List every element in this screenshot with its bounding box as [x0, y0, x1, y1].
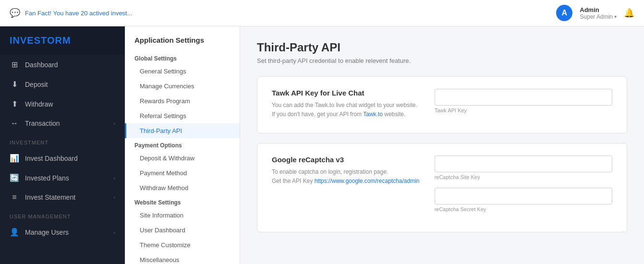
withdraw-icon: ⬆ [10, 99, 19, 108]
recaptcha-card-desc: To enable captcha on login, registration… [272, 168, 420, 186]
nav-general-settings[interactable]: General Settings [125, 64, 240, 79]
chevron-right-icon: › [113, 120, 115, 126]
user-management-section-label: USER MANAGEMENT [0, 207, 125, 222]
sidebar-item-label: Manage Users [25, 228, 108, 236]
page-title: Third-Party API [257, 41, 627, 54]
sidebar-item-label: Dashboard [25, 61, 115, 69]
topbar-left: 💬 Fan Fact! You have 20 actived invest..… [10, 8, 133, 18]
sidebar-item-manage-users[interactable]: 👤 Manage Users › [0, 222, 125, 242]
tawk-input-label: Tawk API Key [435, 108, 612, 113]
sidebar-item-transaction[interactable]: ↔ Transaction › [0, 114, 125, 133]
users-icon: 👤 [10, 228, 19, 237]
tawk-card-desc: You can add the Tawk.to live chat widget… [272, 101, 420, 119]
nav-payment-method[interactable]: Payment Method [125, 166, 240, 180]
group-label-payment: Payment Options [125, 138, 240, 151]
nav-theme-customize[interactable]: Theme Customize [125, 238, 240, 252]
sidebar-item-label: Invested Plans [25, 174, 108, 182]
main-layout: INVESTORM ⊞ Dashboard ⬇ Deposit ⬆ Withdr… [0, 26, 644, 264]
admin-info: Admin Super Admin ▾ [580, 6, 617, 20]
group-label-global: Global Settings [125, 51, 240, 64]
chevron-right-icon: › [113, 175, 115, 181]
admin-name: Admin [580, 6, 599, 13]
chevron-down-icon: ▾ [614, 14, 617, 19]
nav-withdraw-method[interactable]: Withdraw Method [125, 180, 240, 195]
recaptcha-card-right: reCaptcha Site Key reCaptcha Secret Key [435, 156, 612, 220]
topbar: 💬 Fan Fact! You have 20 actived invest..… [0, 0, 644, 26]
fan-fact-text: Fan Fact! You have 20 actived invest... [25, 10, 133, 17]
recaptcha-secret-key-label: reCaptcha Secret Key [435, 206, 612, 212]
middle-panel-title: Application Settings [125, 36, 240, 51]
fan-fact-icon: 💬 [10, 8, 20, 18]
nav-referral-settings[interactable]: Referral Settings [125, 108, 240, 123]
content-area: Third-Party API Set third-party API cred… [240, 26, 644, 264]
sidebar-item-invested-plans[interactable]: 🔄 Invested Plans › [0, 168, 125, 188]
nav-rewards-program[interactable]: Rewards Program [125, 94, 240, 108]
sidebar-item-label: Invest Statement [25, 193, 108, 201]
admin-role[interactable]: Super Admin ▾ [580, 13, 617, 20]
nav-miscellaneous[interactable]: Miscellaneous [125, 252, 240, 264]
tawk-link[interactable]: Tawk.to [363, 111, 383, 118]
plans-icon: 🔄 [10, 173, 19, 182]
grid-icon: ⊞ [10, 60, 19, 69]
transaction-icon: ↔ [10, 119, 19, 128]
nav-manage-currencies[interactable]: Manage Currencies [125, 79, 240, 94]
sidebar: INVESTORM ⊞ Dashboard ⬇ Deposit ⬆ Withdr… [0, 26, 125, 264]
recaptcha-site-key-label: reCaptcha Site Key [435, 174, 612, 180]
sidebar-item-label: Transaction [25, 120, 108, 127]
tawk-api-key-input[interactable] [435, 89, 612, 106]
recaptcha-card: Google reCaptcha v3 To enable captcha on… [257, 143, 627, 232]
tawk-card-inner: Tawk API Key for Live Chat You can add t… [272, 89, 612, 121]
deposit-icon: ⬇ [10, 80, 19, 89]
nav-deposit-withdraw[interactable]: Deposit & Withdraw [125, 151, 240, 166]
sidebar-item-label: Withdraw [25, 100, 115, 108]
recaptcha-site-key-group: reCaptcha Site Key [435, 156, 612, 180]
sidebar-item-dashboard[interactable]: ⊞ Dashboard [0, 55, 125, 74]
sidebar-item-invest-dashboard[interactable]: 📊 Invest Dashboard [0, 148, 125, 168]
tawk-input-group: Tawk API Key [435, 89, 612, 113]
sidebar-item-withdraw[interactable]: ⬆ Withdraw [0, 94, 125, 114]
nav-third-party-api[interactable]: Third-Party API [125, 123, 240, 138]
group-label-website: Website Settings [125, 195, 240, 208]
recaptcha-site-key-input[interactable] [435, 156, 612, 172]
middle-panel: Application Settings Global Settings Gen… [125, 26, 240, 264]
avatar: A [556, 5, 572, 21]
recaptcha-secret-key-group: reCaptcha Secret Key [435, 188, 612, 212]
tawk-card-title: Tawk API Key for Live Chat [272, 89, 420, 97]
fan-fact-prefix: Fan Fact! [25, 10, 51, 17]
recaptcha-card-inner: Google reCaptcha v3 To enable captcha on… [272, 156, 612, 220]
logo: INVESTORM [0, 26, 125, 55]
recaptcha-secret-key-input[interactable] [435, 188, 612, 204]
tawk-card: Tawk API Key for Live Chat You can add t… [257, 76, 627, 133]
recaptcha-card-left: Google reCaptcha v3 To enable captcha on… [272, 156, 420, 186]
sidebar-item-deposit[interactable]: ⬇ Deposit [0, 74, 125, 94]
recaptcha-link[interactable]: https://www.google.com/recaptcha/admin [315, 178, 420, 184]
recaptcha-card-title: Google reCaptcha v3 [272, 156, 420, 164]
tawk-card-left: Tawk API Key for Live Chat You can add t… [272, 89, 420, 119]
fan-fact-message: You have 20 actived invest... [53, 10, 133, 17]
sidebar-item-invest-statement[interactable]: ≡ Invest Statement › [0, 188, 125, 207]
chevron-right-icon: › [113, 229, 115, 235]
sidebar-item-label: Deposit [25, 81, 115, 88]
investment-section-label: INVESTMENT [0, 133, 125, 148]
nav-user-dashboard[interactable]: User Dashboard [125, 223, 240, 238]
nav-site-information[interactable]: Site Information [125, 208, 240, 223]
notification-icon[interactable]: 🔔 [624, 8, 634, 18]
tawk-card-right: Tawk API Key [435, 89, 612, 121]
sidebar-item-label: Invest Dashboard [25, 155, 115, 162]
page-subtitle: Set third-party API credential to enable… [257, 57, 627, 64]
statement-icon: ≡ [10, 193, 19, 202]
topbar-right: A Admin Super Admin ▾ 🔔 [556, 5, 634, 21]
chart-icon: 📊 [10, 154, 19, 163]
chevron-right-icon: › [113, 194, 115, 200]
